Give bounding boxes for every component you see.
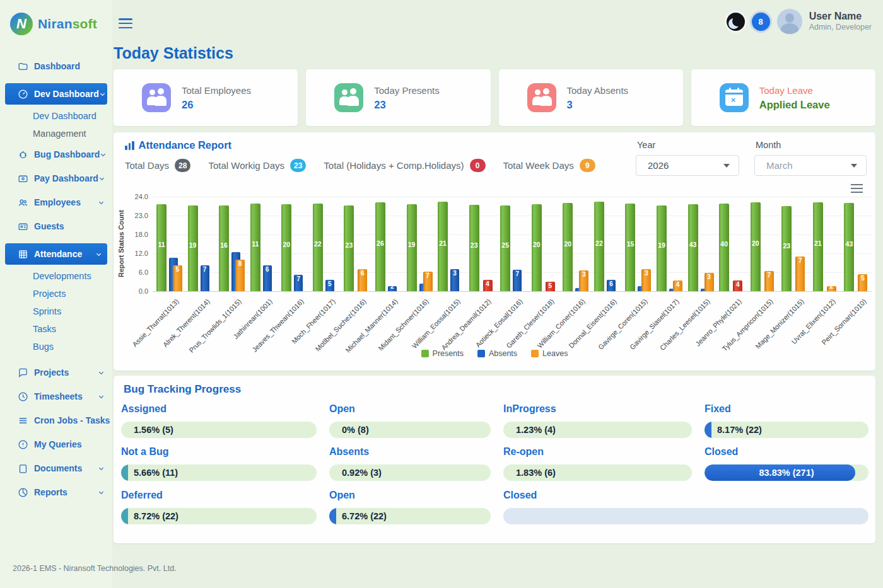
progress-bar: 0.92% (3) bbox=[329, 464, 491, 481]
stat-card-total-employees: Total Employees 26 bbox=[114, 69, 298, 126]
sidebar-item-dev-dashboard[interactable]: Dev Dashboard bbox=[5, 83, 107, 105]
progress-text: 0% (8) bbox=[342, 422, 369, 438]
y-axis-tick: 6.0 bbox=[139, 268, 148, 276]
brand-logo[interactable]: N Niransoft bbox=[10, 13, 97, 35]
progress-bar: 1.23% (4) bbox=[503, 422, 692, 438]
month-select[interactable]: March bbox=[754, 155, 867, 176]
legend-item-absents: Absents bbox=[477, 349, 517, 358]
sidebar-item-dev-dashboard[interactable]: Dev Dashboard bbox=[0, 107, 112, 125]
bug-status-label: Open bbox=[329, 403, 491, 415]
notification-count: 8 bbox=[759, 17, 763, 26]
bug-status-label: Deferred bbox=[121, 490, 317, 501]
stat-card-value: 23 bbox=[374, 99, 439, 111]
moon-icon bbox=[732, 16, 743, 26]
orange-bar: 6 bbox=[358, 269, 367, 291]
stat-card-today-presents: Today Presents 23 bbox=[306, 69, 490, 126]
chevron-down-icon bbox=[98, 369, 105, 376]
sidebar-item-developments[interactable]: Developments bbox=[0, 267, 112, 285]
sidebar-item-projects[interactable]: Projects bbox=[0, 360, 112, 384]
bug-status-label: Re-open bbox=[503, 446, 692, 458]
green-bar: 16 bbox=[219, 205, 229, 291]
chevron-down-icon bbox=[95, 251, 102, 258]
avatar[interactable] bbox=[777, 9, 802, 34]
progress-bar: 83.83% (271) bbox=[705, 464, 868, 481]
green-bar: 19 bbox=[407, 204, 417, 291]
people-icon bbox=[334, 83, 363, 112]
progress-fill bbox=[329, 508, 336, 524]
sidebar-item-pay-dashboard[interactable]: Pay Dashboard bbox=[0, 166, 112, 190]
people-icon bbox=[142, 83, 171, 112]
sidebar: N Niransoft DashboardDev DashboardDev Da… bbox=[0, 0, 112, 588]
y-axis-tick: 24.0 bbox=[135, 193, 148, 200]
user-name: User Name bbox=[809, 10, 872, 23]
blue-bar: 6 bbox=[263, 265, 272, 291]
sidebar-item-bugs[interactable]: Bugs bbox=[0, 338, 112, 355]
green-bar: 25 bbox=[500, 205, 510, 291]
red-bar: 4 bbox=[483, 280, 493, 291]
sidebar-item-timesheets[interactable]: Timesheets bbox=[0, 384, 112, 408]
blue-bar: 7 bbox=[294, 275, 303, 291]
year-label: Year bbox=[637, 140, 655, 150]
stat-card-label: Today Presents bbox=[374, 85, 439, 96]
progress-text: 1.23% (4) bbox=[516, 422, 556, 438]
sidebar-item-bug-dashboard[interactable]: Bug Dashboard bbox=[0, 142, 112, 166]
gridline bbox=[153, 234, 872, 235]
sidebar-item-my-queries[interactable]: My Queries bbox=[0, 432, 112, 456]
sidebar-item-reports[interactable]: Reports bbox=[0, 480, 112, 504]
sidebar-item-management[interactable]: Management bbox=[0, 125, 112, 142]
bug-status-label: Assigned bbox=[121, 403, 317, 415]
sidebar-item-attendance[interactable]: Attendance bbox=[5, 243, 107, 265]
green-bar: 23 bbox=[469, 205, 479, 291]
sidebar-item-documents[interactable]: Documents bbox=[0, 456, 112, 480]
progress-bar: 8.72% (22) bbox=[121, 508, 317, 524]
stat-cards: Total Employees 26 Today Presents 23 Tod… bbox=[114, 69, 875, 126]
clock-icon bbox=[18, 391, 29, 402]
stat-card-value: Applied Leave bbox=[759, 99, 830, 111]
y-axis-tick: 23.0 bbox=[135, 212, 148, 219]
orange-bar: 3 bbox=[705, 273, 714, 291]
progress-text: 8.17% (22) bbox=[717, 422, 762, 438]
speedometer-icon bbox=[18, 88, 29, 100]
user-info[interactable]: User Name Admin, Developer bbox=[809, 10, 872, 33]
chip-total-workig-days: Total Workig Days23 bbox=[208, 159, 306, 172]
sidebar-nav: DashboardDev DashboardDev DashboardManag… bbox=[0, 54, 112, 504]
progress-bar: 1.56% (5) bbox=[121, 422, 317, 438]
year-select[interactable]: 2026 bbox=[636, 155, 739, 176]
green-bar: 43 bbox=[844, 203, 854, 291]
chart-menu-icon[interactable] bbox=[851, 184, 863, 195]
dark-mode-toggle[interactable] bbox=[727, 13, 745, 31]
y-axis-tick: 0.0 bbox=[139, 287, 148, 295]
dashboard-icon bbox=[18, 61, 29, 72]
orange-bar: 2 bbox=[827, 286, 836, 291]
header-actions: 8 User Name Admin, Developer bbox=[727, 9, 872, 34]
chevron-down-icon bbox=[98, 393, 105, 400]
gridline bbox=[153, 216, 872, 216]
progress-bar: 5.66% (11) bbox=[121, 464, 317, 481]
green-bar: 20 bbox=[563, 203, 573, 291]
bug-progress-inprogress: InProgress 1.23% (4) bbox=[503, 403, 692, 438]
sidebar-item-cron-jobs-tasks[interactable]: Cron Jobs - Tasks bbox=[0, 408, 112, 432]
calendar-x-icon: × bbox=[720, 83, 749, 112]
bug-status-label: Absents bbox=[329, 446, 491, 458]
sidebar-item-guests[interactable]: Guests bbox=[0, 214, 112, 238]
y-axis-tick: 12.0 bbox=[135, 250, 148, 257]
chip-value-badge: 9 bbox=[580, 159, 595, 172]
green-bar: 23 bbox=[781, 206, 792, 291]
notification-button[interactable]: 8 bbox=[752, 13, 770, 31]
blue-bar: 7 bbox=[513, 270, 522, 291]
sidebar-item-employees[interactable]: Employees bbox=[0, 190, 112, 214]
x-axis-label: Prus_Trowlids_1(1015) bbox=[187, 297, 242, 354]
orange-bar: 3 bbox=[641, 269, 651, 291]
menu-toggle-icon[interactable] bbox=[119, 18, 132, 31]
sidebar-item-tasks[interactable]: Tasks bbox=[0, 320, 112, 338]
caret-down-icon bbox=[851, 164, 857, 168]
gridline bbox=[153, 197, 872, 197]
sidebar-item-sprints[interactable]: Sprints bbox=[0, 303, 112, 320]
chart-legend: PresentsAbsentsLeaves bbox=[114, 349, 875, 358]
chip-label: Total (Holidays + Comp.Holidays) bbox=[324, 160, 464, 171]
blue-bar: 6 bbox=[607, 280, 616, 291]
green-bar: 43 bbox=[688, 204, 698, 291]
sidebar-item-dashboard[interactable]: Dashboard bbox=[0, 54, 112, 78]
month-label: Month bbox=[756, 140, 781, 150]
sidebar-item-projects[interactable]: Projects bbox=[0, 285, 112, 303]
